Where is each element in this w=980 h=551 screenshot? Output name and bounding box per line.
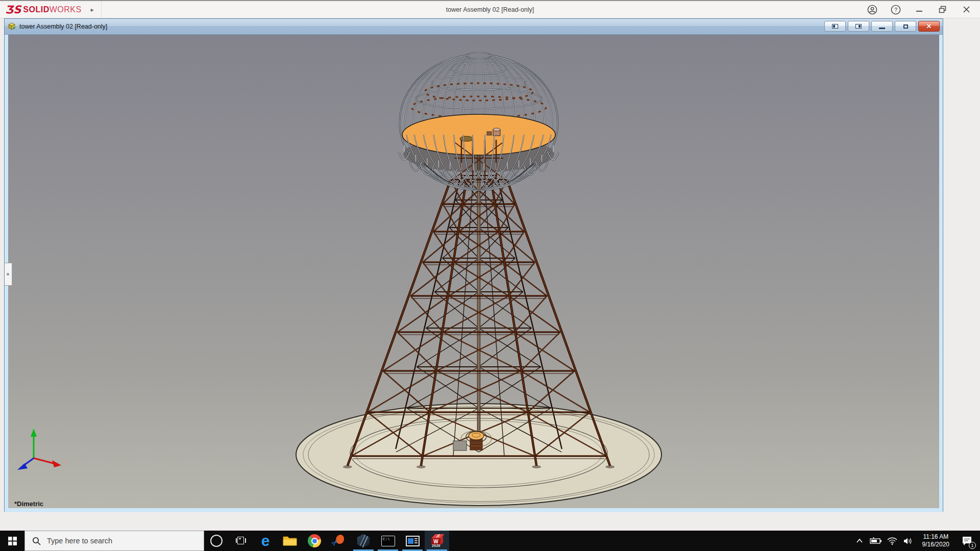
app-title: tower Assembly 02 [Read-only] [0, 6, 980, 13]
windows-logo-icon [8, 537, 17, 545]
pane-left-icon [832, 24, 838, 29]
notification-badge: 1 [969, 542, 976, 549]
svg-text:?: ? [894, 7, 897, 13]
edge-icon: e [261, 533, 270, 548]
media-app-icon [406, 536, 420, 546]
3d-viewport[interactable] [8, 35, 939, 508]
taskbar-search[interactable] [24, 531, 204, 551]
taskbar-clock[interactable]: 11:16 AM 9/16/2020 [918, 533, 953, 548]
view-orientation-label: *Dimetric [14, 500, 43, 508]
hexagon-app-icon [357, 534, 371, 548]
system-tray: 11:16 AM 9/16/2020 1 [853, 531, 980, 551]
document-title: tower Assembly 02 [Read-only] [19, 23, 107, 30]
document-window: tower Assembly 02 [Read-only] ✕ [4, 18, 943, 512]
menu-flyout-arrow-icon[interactable]: ▸ [91, 6, 94, 13]
start-button[interactable] [0, 531, 24, 551]
titlebar-separator [101, 1, 102, 18]
media-app-button[interactable] [400, 531, 425, 551]
task-view-icon [236, 537, 246, 545]
brand-works: WORKS [50, 5, 82, 14]
search-icon [32, 537, 41, 545]
doc-minimize-button[interactable] [871, 21, 893, 32]
file-explorer-icon [283, 535, 297, 547]
cortana-button[interactable] [204, 531, 229, 551]
hexagon-app-button[interactable] [351, 531, 376, 551]
action-center-button[interactable]: 1 [957, 531, 977, 551]
command-prompt-icon: C:\ [381, 536, 395, 546]
document-titlebar[interactable]: tower Assembly 02 [Read-only] ✕ [5, 19, 943, 35]
app-titlebar: ƷS SOLID WORKS ▸ tower Assembly 02 [Read… [0, 0, 980, 18]
clock-date: 9/16/2020 [922, 541, 949, 548]
volume-icon[interactable] [902, 531, 915, 551]
restore-icon [903, 24, 908, 29]
pane-left-button[interactable] [824, 21, 846, 32]
search-input[interactable] [46, 536, 181, 545]
wifi-icon[interactable] [886, 531, 899, 551]
doc-close-button[interactable]: ✕ [918, 21, 940, 32]
taskbar: e ✂ C:\ S W 2020 [0, 531, 980, 551]
close-icon: ✕ [926, 23, 932, 30]
help-icon[interactable]: ? [889, 3, 902, 16]
axis-x-label: x [64, 458, 67, 464]
screen-capture-button[interactable]: ✂ [327, 531, 351, 551]
pane-right-button[interactable] [848, 21, 869, 32]
minimize-button[interactable] [913, 3, 926, 16]
screen-capture-icon: ✂ [332, 534, 346, 547]
clock-time: 11:16 AM [922, 533, 949, 541]
solidworks-logo: ƷS SOLID WORKS [0, 1, 82, 18]
doc-restore-button[interactable] [895, 21, 916, 32]
battery-icon[interactable] [869, 531, 883, 551]
tray-chevron-icon[interactable] [853, 531, 866, 551]
task-view-button[interactable] [229, 531, 253, 551]
dassault-logo-icon: ƷS [5, 4, 21, 16]
viewport-frame: x *Dimetric [5, 35, 943, 512]
cortana-icon [210, 535, 223, 547]
close-button[interactable] [960, 3, 973, 16]
orientation-triad: x [15, 427, 71, 478]
feature-tree-pane-handle[interactable] [5, 263, 12, 286]
account-icon[interactable] [866, 3, 879, 16]
chrome-button[interactable] [302, 531, 327, 551]
restore-button[interactable] [936, 3, 949, 16]
brand-solid: SOLID [23, 5, 49, 14]
minimize-icon [879, 28, 885, 29]
file-explorer-button[interactable] [278, 531, 302, 551]
command-prompt-button[interactable]: C:\ [376, 531, 400, 551]
edge-button[interactable]: e [253, 531, 278, 551]
solidworks-app-button[interactable]: S W 2020 [425, 531, 449, 551]
pane-right-icon [855, 24, 862, 29]
assembly-document-icon [7, 22, 16, 31]
solidworks-icon: S W 2020 [430, 534, 444, 548]
chrome-icon [308, 534, 321, 547]
